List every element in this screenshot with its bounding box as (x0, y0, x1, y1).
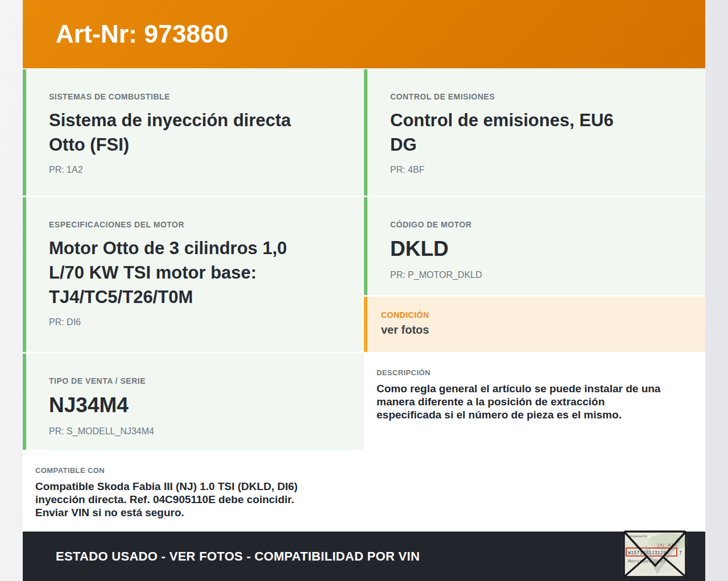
card-engine-specs: ESPECIFICACIONES DEL MOTOR Motor Otto de… (23, 197, 364, 352)
card-engine-code: CÓDIGO DE MOTOR DKLD PR: P_MOTOR_DKLD (364, 197, 705, 295)
envelope-icon: Fahrgestell-Nr. |4| AJA W1571463J31298 7… (623, 530, 687, 578)
card-sale-type-title: NJ34M4 (49, 392, 348, 418)
card-sale-type-pr-code: PR: S_MODELL_NJ34M4 (49, 426, 348, 437)
card-sale-type-label: TIPO DE VENTA / SERIE (49, 376, 348, 385)
card-emissions-title: Control de emisiones, EU6 DG (390, 108, 689, 157)
card-fuel-system: SISTEMAS DE COMBUSTIBLE Sistema de inyec… (23, 69, 364, 196)
card-engine-code-title: DKLD (390, 236, 689, 262)
card-engine-code-label: CÓDIGO DE MOTOR (390, 220, 689, 229)
card-engine-specs-title: Motor Otto de 3 cilindros 1,0 L/70 KW TS… (49, 236, 348, 309)
card-condition-label: CONDICIÓN (381, 310, 689, 319)
card-engine-specs-pr-code: PR: DI6 (49, 317, 348, 327)
card-description: DESCRIPCIÓN Como regla general el artícu… (364, 354, 705, 532)
card-emissions-label: CONTROL DE EMISIONES (390, 92, 689, 101)
card-fuel-pr-code: PR: 1A2 (49, 165, 348, 175)
svg-text:7: 7 (679, 550, 682, 556)
card-condition: CONDICIÓN ver fotos (364, 297, 705, 352)
card-compatible-label: COMPATIBLE CON (35, 466, 349, 475)
card-sale-type: TIPO DE VENTA / SERIE NJ34M4 PR: S_MODEL… (23, 354, 364, 450)
content-sheet: Art-Nr: 973860 SISTEMAS DE COMBUSTIBLE S… (23, 0, 705, 581)
card-description-text: Como regla general el artículo se puede … (377, 382, 690, 421)
article-header: Art-Nr: 973860 (23, 0, 705, 68)
card-compatible: COMPATIBLE CON Compatible Skoda Fabia II… (23, 451, 364, 532)
right-column: CONTROL DE EMISIONES Control de emisione… (364, 69, 705, 532)
card-description-label: DESCRIPCIÓN (377, 368, 690, 377)
listing-page: Art-Nr: 973860 SISTEMAS DE COMBUSTIBLE S… (0, 0, 728, 581)
card-compatible-text: Compatible Skoda Fabia III (NJ) 1.0 TSI … (35, 480, 349, 519)
article-number-title: Art-Nr: 973860 (23, 20, 229, 48)
vin-document-envelope-image: Fahrgestell-Nr. |4| AJA W1571463J31298 7… (623, 530, 687, 578)
card-engine-code-pr-code: PR: P_MOTOR_DKLD (390, 270, 689, 280)
card-fuel-title: Sistema de inyección directa Otto (FSI) (49, 108, 348, 157)
card-fuel-label: SISTEMAS DE COMBUSTIBLE (49, 92, 348, 101)
status-footer-text: ESTADO USADO - VER FOTOS - COMPATIBILIDA… (23, 549, 420, 564)
status-footer: ESTADO USADO - VER FOTOS - COMPATIBILIDA… (23, 532, 705, 581)
card-emissions: CONTROL DE EMISIONES Control de emisione… (364, 69, 705, 196)
card-engine-specs-label: ESPECIFICACIONES DEL MOTOR (49, 220, 348, 229)
card-emissions-pr-code: PR: 4BF (390, 165, 689, 175)
card-columns: SISTEMAS DE COMBUSTIBLE Sistema de inyec… (23, 69, 705, 532)
card-condition-value: ver fotos (381, 323, 689, 337)
left-column: SISTEMAS DE COMBUSTIBLE Sistema de inyec… (23, 69, 364, 532)
